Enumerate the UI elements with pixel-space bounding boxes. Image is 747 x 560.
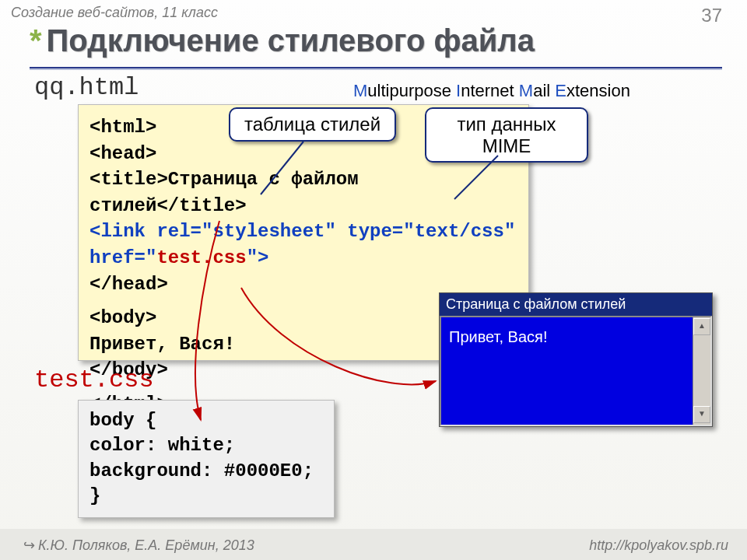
css-filename: test.css [34, 366, 154, 394]
code-line: <title>Страница с файлом стилей</title> [89, 166, 517, 219]
mime-expansion: Multipurpose Internet Mail Extension [353, 81, 630, 101]
html-filename: qq.html [34, 73, 139, 102]
title-underline [30, 67, 722, 68]
slide-title: *Подключение стилевого файла [30, 23, 535, 58]
browser-viewport: Привет, Вася! ▲ ▼ [440, 316, 712, 426]
code-line: body { [89, 408, 323, 433]
scroll-up-icon[interactable]: ▲ [693, 318, 710, 335]
code-line-href: href="test.css"> [89, 245, 517, 271]
browser-content-text: Привет, Вася! [449, 328, 547, 345]
header-subject: Создание веб-сайтов, 11 класс 37 [11, 5, 736, 21]
title-text: Подключение стилевого файла [47, 23, 535, 58]
css-code-block: body { color: white; background: #0000E0… [78, 400, 335, 518]
code-line: background: #0000E0; [89, 459, 323, 484]
callout-mime: тип данных MIME [425, 107, 588, 163]
page-number: 37 [701, 5, 722, 26]
scrollbar[interactable]: ▲ ▼ [693, 317, 710, 425]
title-asterisk: * [30, 23, 42, 58]
browser-mockup: Страница с файлом стилей Привет, Вася! ▲… [439, 292, 713, 427]
footer-arrow-icon: ↪ [23, 537, 35, 553]
subject-text: Создание веб-сайтов, 11 класс [11, 5, 218, 20]
footer-url: http://kpolyakov.spb.ru [589, 537, 728, 554]
footer: ↪К.Ю. Поляков, Е.А. Ерёмин, 2013 http://… [0, 529, 747, 560]
slide: Создание веб-сайтов, 11 класс 37 *Подклю… [0, 0, 747, 560]
browser-titlebar: Страница с файлом стилей [440, 293, 712, 316]
footer-author: ↪К.Ю. Поляков, Е.А. Ерёмин, 2013 [23, 537, 254, 554]
code-line-link: <link rel="stylesheet" type="text/css" [89, 219, 517, 245]
code-line: color: white; [89, 433, 323, 458]
scroll-down-icon[interactable]: ▼ [693, 406, 710, 423]
callout-stylesheet: таблица стилей [229, 107, 396, 142]
code-line: } [89, 484, 323, 509]
